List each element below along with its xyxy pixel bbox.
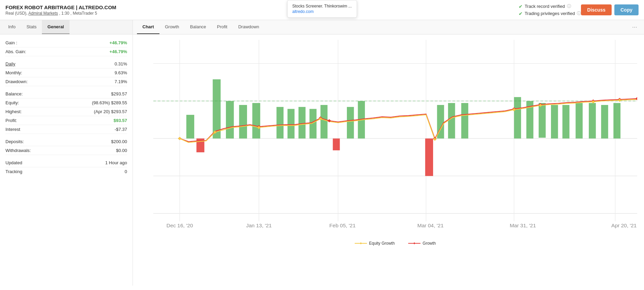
right-panel: Chart Growth Balance Profit Drawdown ···… [133, 20, 644, 286]
check-icon-1: ✔ [519, 4, 523, 9]
value-abs-gain: +46.79% [109, 49, 127, 54]
value-tracking: 0 [125, 169, 127, 174]
left-panel: Info Stats General Gain : +46.79% Abs. G… [0, 20, 133, 286]
info-row-deposits: Deposits: $200.00 [5, 137, 127, 146]
svg-marker-73 [413, 242, 415, 244]
popup-title: Stocks Screener. Thinkorswim ... [292, 4, 352, 9]
info-row-drawdown: Drawdown: 7.19% [5, 77, 127, 86]
info-row-highest: Highest: (Apr 20) $293.57 [5, 107, 127, 116]
svg-rect-19 [226, 101, 234, 138]
tab-stats[interactable]: Stats [21, 20, 42, 34]
discuss-button[interactable]: Discuss [581, 4, 612, 15]
legend-equity-label: Equity Growth [369, 241, 395, 246]
label-balance: Balance: [5, 91, 23, 96]
label-highest: Highest: [5, 109, 22, 114]
info-row-equity: Equity: (98.63%) $289.55 [5, 98, 127, 107]
svg-rect-24 [288, 109, 295, 139]
label-drawdown: Drawdown: [5, 79, 28, 84]
header-popup: Stocks Screener. Thinkorswim ... altredo… [287, 0, 357, 18]
copy-button[interactable]: Copy [614, 4, 639, 15]
info-icon-1[interactable]: ⓘ [567, 3, 571, 9]
chart-tabs-row: Chart Growth Balance Profit Drawdown ··· [133, 20, 644, 34]
value-daily: 0.31% [114, 61, 127, 66]
label-gain: Gain : [5, 40, 17, 45]
value-deposits: $200.00 [111, 139, 127, 144]
legend-growth: Growth [408, 241, 436, 246]
broker-link[interactable]: Admiral Markets [28, 11, 58, 16]
svg-marker-71 [360, 242, 362, 244]
verification-section: ✔ Track record verified ⓘ ✔ Trading priv… [519, 3, 581, 16]
info-row-monthly: Monthly: 9.63% [5, 68, 127, 77]
verified-label-2: Trading privileges verified [525, 11, 575, 16]
tab-info[interactable]: Info [3, 20, 21, 34]
value-gain: +46.79% [109, 40, 127, 45]
svg-rect-21 [252, 103, 260, 138]
svg-rect-28 [333, 138, 340, 150]
label-deposits: Deposits: [5, 139, 24, 144]
svg-rect-33 [448, 103, 455, 138]
svg-text:Mar 04, '21: Mar 04, '21 [417, 223, 444, 228]
verified-label-1: Track record verified [525, 4, 565, 9]
label-daily: Daily [5, 61, 15, 66]
left-tabs-row: Info Stats General [0, 20, 133, 34]
svg-marker-55 [178, 137, 181, 140]
chart-legend: Equity Growth Growth [153, 238, 637, 247]
value-interest: -$7.37 [114, 127, 127, 132]
value-equity: (98.63%) $289.55 [92, 100, 127, 105]
chart-tab-growth[interactable]: Growth [159, 20, 185, 34]
svg-rect-43 [613, 103, 620, 138]
value-profit: $93.57 [113, 118, 127, 123]
header-actions: Discuss Copy [581, 4, 639, 15]
chart-area: 60% 30% 0% −30% −60% [133, 34, 644, 286]
svg-text:Feb 05, '21: Feb 05, '21 [329, 223, 356, 228]
label-equity: Equity: [5, 100, 19, 105]
info-icon-2[interactable]: ⓘ [577, 11, 581, 16]
value-monthly: 9.63% [114, 70, 127, 75]
info-row-profit: Profit: $93.57 [5, 116, 127, 125]
svg-text:Dec 16, '20: Dec 16, '20 [167, 223, 193, 228]
svg-rect-38 [551, 105, 558, 138]
svg-rect-42 [601, 105, 608, 138]
legend-growth-line [408, 241, 420, 246]
info-row-interest: Interest -$7.37 [5, 125, 127, 134]
header-left: FOREX ROBOT ARBITRAGE | ALTREDO.COM Real… [5, 4, 450, 16]
popup-link: altredo.com [292, 9, 352, 14]
label-tracking: Tracking [5, 169, 22, 174]
svg-rect-34 [461, 103, 469, 138]
info-row-balance: Balance: $293.57 [5, 90, 127, 98]
legend-growth-label: Growth [423, 241, 436, 246]
header: FOREX ROBOT ARBITRAGE | ALTREDO.COM Real… [0, 0, 644, 20]
label-interest: Interest [5, 127, 20, 132]
info-row-daily: Daily 0.31% [5, 60, 127, 68]
chart-svg: 60% 30% 0% −30% −60% [153, 40, 637, 237]
svg-text:Jan 13, '21: Jan 13, '21 [246, 223, 272, 228]
chart-tabs-more[interactable]: ··· [629, 21, 640, 33]
svg-rect-17 [186, 115, 194, 138]
info-row-gain: Gain : +46.79% [5, 39, 127, 47]
svg-rect-31 [425, 138, 433, 176]
value-highest: (Apr 20) $293.57 [94, 109, 127, 114]
svg-rect-29 [347, 107, 354, 139]
info-row-withdrawals: Withdrawals: $0.00 [5, 146, 127, 155]
svg-text:Mar 31, '21: Mar 31, '21 [510, 223, 536, 228]
track-record-verified: ✔ Track record verified ⓘ [519, 3, 581, 9]
value-drawdown: 7.19% [114, 79, 127, 84]
chart-tab-chart[interactable]: Chart [137, 20, 159, 34]
tab-general[interactable]: General [42, 20, 69, 34]
chart-tab-drawdown[interactable]: Drawdown [233, 20, 264, 34]
chart-tab-balance[interactable]: Balance [185, 20, 212, 34]
legend-equity-growth: Equity Growth [355, 241, 395, 246]
header-subtitle: Real (USD), Admiral Markets , 1:30 , Met… [5, 11, 450, 16]
check-icon-2: ✔ [519, 11, 523, 16]
svg-rect-23 [276, 107, 283, 139]
label-profit: Profit: [5, 118, 17, 123]
chart-tab-profit[interactable]: Profit [212, 20, 233, 34]
svg-rect-37 [539, 103, 546, 138]
value-balance: $293.57 [111, 91, 127, 96]
value-updated: 1 Hour ago [105, 160, 127, 165]
main-layout: Info Stats General Gain : +46.79% Abs. G… [0, 20, 644, 286]
legend-equity-line [355, 241, 367, 246]
svg-rect-40 [576, 103, 583, 138]
svg-rect-35 [514, 97, 521, 139]
value-withdrawals: $0.00 [116, 148, 127, 153]
